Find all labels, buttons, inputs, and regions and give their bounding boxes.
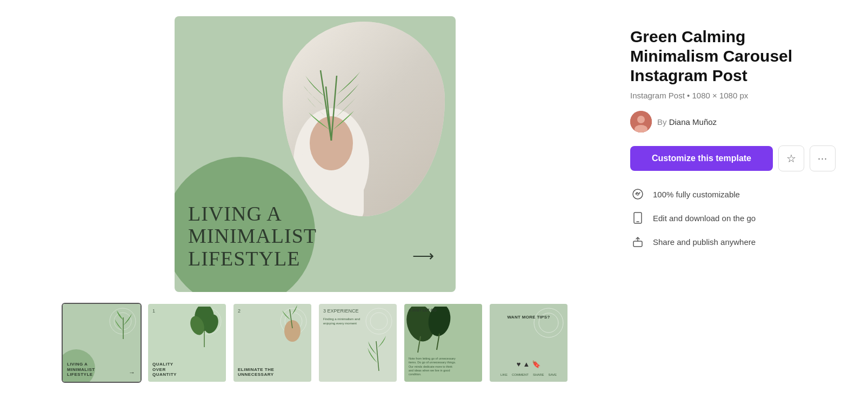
thumb-number-3: 2 — [238, 308, 241, 314]
svg-point-23 — [370, 313, 388, 330]
feature-text-1: 100% fully customizable — [653, 190, 740, 199]
thumb-text-2: QUALITYOVERQUANTITY — [152, 362, 177, 377]
svg-point-22 — [366, 308, 392, 334]
slide-text-content: LIVING A MINIMALIST LIFESTYLE — [188, 203, 317, 270]
main-container: LIVING A MINIMALIST LIFESTYLE ⟶ — [0, 0, 868, 405]
slide-arrow: ⟶ — [412, 247, 434, 265]
main-preview: LIVING A MINIMALIST LIFESTYLE ⟶ — [175, 16, 456, 292]
thumb-text-3: ELIMINATE THEUNNECESSARY — [238, 367, 274, 377]
thumb-inner-4: 3 EXPERIENCE Finding a minimalism and en… — [319, 304, 397, 382]
thumbnail-6[interactable]: WANT MORE TIPS? ♥ ▲ 🔖 LIKECOMMENTSHARESA… — [489, 303, 569, 383]
feature-item-1: 100% fully customizable — [630, 187, 836, 202]
svg-line-24 — [376, 341, 379, 371]
thumb-number-2: 1 — [152, 308, 155, 314]
template-title: Green Calming Minimalism Carousel Instag… — [630, 27, 836, 85]
thumb-desc-5: Note from letting go of unnecessary item… — [409, 357, 457, 376]
svg-rect-38 — [633, 241, 642, 247]
share-icon — [630, 234, 645, 249]
star-icon: ☆ — [786, 152, 796, 165]
more-icon: ··· — [818, 153, 827, 164]
svg-point-32 — [637, 116, 645, 123]
thumb-tips-text: WANT MORE TIPS? — [490, 315, 567, 320]
feature-item-2: Edit and download on the go — [630, 210, 836, 225]
info-section: Green Calming Minimalism Carousel Instag… — [630, 16, 836, 389]
main-preview-image[interactable]: LIVING A MINIMALIST LIFESTYLE ⟶ — [175, 16, 456, 292]
customize-icon — [630, 187, 645, 202]
feature-item-3: Share and publish anywhere — [630, 234, 836, 249]
thumbnail-1[interactable]: LIVING AMINIMALISTLIFESTYLE → — [62, 303, 142, 383]
thumb-inner-5: 4 JUST LET GO Note from letting go of un… — [404, 304, 482, 382]
thumbnails-row: LIVING AMINIMALISTLIFESTYLE → — [32, 303, 598, 383]
template-meta: Instagram Post • 1080 × 1080 px — [630, 91, 836, 100]
thumb-arrow-1: → — [129, 369, 135, 376]
preview-section: LIVING A MINIMALIST LIFESTYLE ⟶ — [32, 16, 598, 389]
customize-button[interactable]: Customize this template — [630, 146, 773, 171]
thumb-inner-2: 1 QUALITYOVERQUANTITY — [148, 304, 226, 382]
thumb-inner-3: 2 ELIMINATE THEUNNECESSARY — [233, 304, 311, 382]
more-button[interactable]: ··· — [810, 145, 836, 171]
star-button[interactable]: ☆ — [778, 145, 804, 171]
feature-text-3: Share and publish anywhere — [653, 237, 756, 247]
thumbnail-3[interactable]: 2 ELIMINATE THEUNNECESSARY — [232, 303, 312, 383]
author-name-row: By Diana Muñoz — [657, 117, 717, 127]
svg-point-34 — [633, 189, 643, 199]
author-avatar — [630, 111, 652, 132]
thumb-social-labels: LIKECOMMENTSHARESAVE — [490, 373, 567, 376]
svg-point-29 — [534, 308, 563, 337]
photo-circle — [283, 22, 445, 216]
author-by-label: By — [657, 117, 667, 127]
thumbnail-5[interactable]: 4 JUST LET GO Note from letting go of un… — [403, 303, 483, 383]
thumb-number-4: 3 EXPERIENCE — [323, 308, 359, 314]
svg-point-20 — [284, 320, 301, 342]
svg-point-5 — [310, 116, 353, 170]
features-list: 100% fully customizable Edit and downloa… — [630, 187, 836, 249]
mobile-icon — [630, 210, 645, 225]
author-avatar-inner — [630, 111, 652, 132]
thumbnail-2[interactable]: 1 QUALITYOVERQUANTITY — [147, 303, 227, 383]
thumbnail-4[interactable]: 3 EXPERIENCE Finding a minimalism and en… — [318, 303, 398, 383]
author-name: Diana Muñoz — [669, 117, 717, 127]
thumb-inner-6: WANT MORE TIPS? ♥ ▲ 🔖 LIKECOMMENTSHARESA… — [490, 304, 567, 382]
feature-text-2: Edit and download on the go — [653, 214, 756, 223]
thumb-desc-4: Finding a minimalism and enjoying every … — [323, 317, 366, 326]
slide-title: LIVING A MINIMALIST LIFESTYLE — [188, 203, 317, 270]
thumb-inner-1: LIVING AMINIMALISTLIFESTYLE → — [63, 304, 141, 382]
photo-circle-inner — [283, 22, 445, 216]
author-row: By Diana Muñoz — [630, 111, 836, 132]
thumb-text-1: LIVING AMINIMALISTLIFESTYLE — [67, 362, 95, 377]
thumb-icons-row: ♥ ▲ 🔖 — [490, 360, 567, 368]
action-row: Customize this template ☆ ··· — [630, 145, 836, 171]
